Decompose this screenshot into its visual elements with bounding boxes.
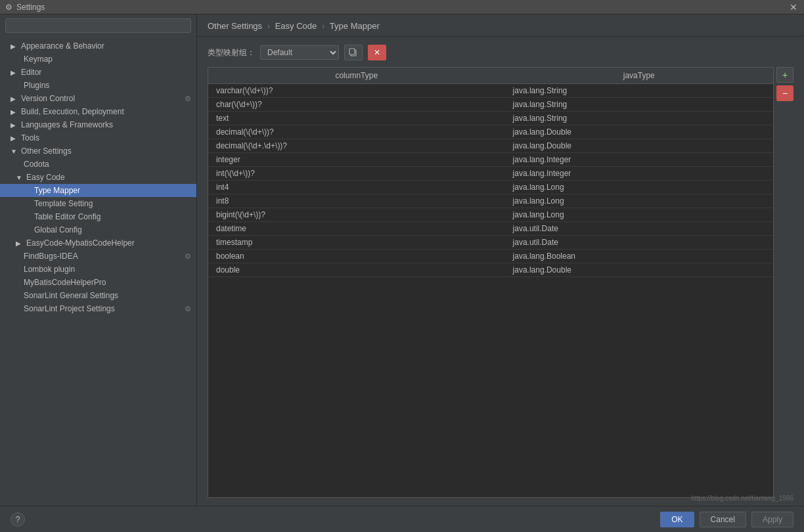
- remove-row-button[interactable]: −: [776, 85, 793, 101]
- sidebar-label-codota: Codota: [24, 160, 49, 169]
- sidebar-item-other-settings[interactable]: Other Settings: [0, 144, 196, 158]
- sidebar-item-template-setting[interactable]: Template Setting: [0, 197, 196, 210]
- column-type-cell: timestamp: [208, 236, 505, 250]
- settings-icon: ⚙: [5, 3, 12, 12]
- sidebar-item-tools[interactable]: Tools: [0, 131, 196, 144]
- sidebar-label-findbugs: FindBugs-IDEA: [24, 252, 78, 261]
- svg-rect-1: [349, 49, 355, 55]
- java-type-cell: java.lang.Double: [505, 263, 773, 277]
- table-container: columnType javaType varchar(\(\d+\))?jav…: [208, 67, 793, 498]
- chevron-tools: [11, 135, 18, 142]
- gear-icon-sonarlint-project: ⚙: [185, 305, 191, 313]
- column-type-cell: decimal(\(\d+\))?: [208, 125, 505, 139]
- sidebar-label-sonarlint-general: SonarLint General Settings: [24, 291, 118, 300]
- cancel-button[interactable]: Cancel: [700, 512, 746, 527]
- table-row[interactable]: integerjava.lang.Integer: [208, 153, 773, 167]
- bottom-right: OK Cancel Apply: [660, 512, 793, 527]
- table-row[interactable]: decimal(\(\d+\))?java.lang.Double: [208, 125, 773, 139]
- sidebar-label-sonarlint-project: SonarLint Project Settings: [24, 304, 115, 313]
- sidebar-item-lombok[interactable]: Lombok plugin: [0, 263, 196, 276]
- table-row[interactable]: booleanjava.lang.Boolean: [208, 250, 773, 263]
- sidebar-item-keymap[interactable]: Keymap: [0, 53, 196, 66]
- type-mapper-select[interactable]: Default: [260, 45, 339, 60]
- java-type-cell: java.lang.Long: [505, 208, 773, 222]
- copy-mapping-button[interactable]: [344, 45, 363, 60]
- table-row[interactable]: varchar(\(\d+\))?java.lang.String: [208, 84, 773, 98]
- gear-icon-version-control: ⚙: [185, 95, 191, 103]
- chevron-version-control: [11, 95, 18, 102]
- sidebar-item-sonarlint-general[interactable]: SonarLint General Settings: [0, 289, 196, 302]
- type-mapper-toolbar: 类型映射组： Default ✕: [208, 45, 793, 60]
- sidebar-item-version-control[interactable]: Version Control⚙: [0, 92, 196, 105]
- column-type-cell: int4: [208, 181, 505, 194]
- sidebar-item-sonarlint-project[interactable]: SonarLint Project Settings⚙: [0, 302, 196, 315]
- table-row[interactable]: char(\(\d+\))?java.lang.String: [208, 98, 773, 112]
- sidebar-item-languages[interactable]: Languages & Frameworks: [0, 118, 196, 131]
- sidebar-label-tools: Tools: [21, 133, 39, 143]
- apply-button[interactable]: Apply: [751, 512, 793, 527]
- add-row-button[interactable]: +: [776, 67, 793, 83]
- column-type-cell: integer: [208, 153, 505, 167]
- java-type-cell: java.lang.String: [505, 84, 773, 98]
- table-row[interactable]: timestampjava.util.Date: [208, 236, 773, 250]
- breadcrumb-part-3: Type Mapper: [330, 21, 380, 31]
- table-row[interactable]: decimal(\(\d+.\d+\))?java.lang.Double: [208, 139, 773, 153]
- table-row[interactable]: int4java.lang.Long: [208, 181, 773, 194]
- sidebar-label-version-control: Version Control: [21, 94, 75, 103]
- sidebar-label-plugins: Plugins: [24, 81, 49, 90]
- sidebar-label-keymap: Keymap: [24, 55, 53, 64]
- watermark: https://blog.csdn.net/tiantang_1986: [691, 495, 793, 502]
- title-bar: ⚙ Settings ✕: [0, 0, 804, 14]
- sidebar-item-mybatis-helper-pro[interactable]: MyBatisCodeHelperPro: [0, 276, 196, 289]
- help-button[interactable]: ?: [11, 512, 25, 527]
- column-type-cell: int(\(\d+\))?: [208, 167, 505, 181]
- table-row[interactable]: int8java.lang.Long: [208, 194, 773, 208]
- table-row[interactable]: bigint(\(\d+\))?java.lang.Long: [208, 208, 773, 222]
- delete-mapping-button[interactable]: ✕: [368, 45, 386, 60]
- sidebar-label-lombok: Lombok plugin: [24, 265, 75, 274]
- breadcrumb: Other Settings › Easy Code › Type Mapper: [197, 14, 804, 37]
- sidebar-label-easy-code: Easy Code: [26, 173, 65, 182]
- sidebar-item-easycode-mybatis[interactable]: EasyCode-MybatisCodeHelper: [0, 236, 196, 250]
- chevron-appearance: [11, 43, 18, 50]
- breadcrumb-part-1: Other Settings: [208, 21, 262, 31]
- sidebar-item-plugins[interactable]: Plugins: [0, 79, 196, 92]
- breadcrumb-sep-2: ›: [322, 21, 327, 31]
- table-actions: + −: [776, 67, 793, 498]
- sidebar-item-table-editor-config[interactable]: Table Editor Config: [0, 210, 196, 223]
- sidebar-item-editor[interactable]: Editor: [0, 66, 196, 79]
- java-type-cell: java.lang.String: [505, 112, 773, 125]
- sidebar-label-table-editor-config: Table Editor Config: [34, 212, 100, 221]
- sidebar-label-appearance: Appearance & Behavior: [21, 41, 104, 51]
- sidebar-item-appearance[interactable]: Appearance & Behavior: [0, 39, 196, 53]
- sidebar-item-easy-code[interactable]: Easy Code: [0, 171, 196, 184]
- java-type-cell: java.lang.String: [505, 98, 773, 112]
- java-type-cell: java.lang.Integer: [505, 167, 773, 181]
- column-type-cell: char(\(\d+\))?: [208, 98, 505, 112]
- sidebar-label-type-mapper: Type Mapper: [34, 186, 80, 195]
- type-mapper-label: 类型映射组：: [208, 47, 255, 58]
- table-row[interactable]: textjava.lang.String: [208, 112, 773, 125]
- search-input[interactable]: [5, 18, 191, 33]
- sidebar-item-findbugs[interactable]: FindBugs-IDEA⚙: [0, 250, 196, 263]
- table-row[interactable]: datetimejava.util.Date: [208, 222, 773, 236]
- sidebar-label-editor: Editor: [21, 68, 41, 77]
- java-type-header: javaType: [505, 68, 773, 84]
- type-table-wrapper: columnType javaType varchar(\(\d+\))?jav…: [208, 67, 774, 498]
- sidebar-item-build[interactable]: Build, Execution, Deployment: [0, 105, 196, 118]
- sidebar-item-global-config[interactable]: Global Config: [0, 223, 196, 236]
- breadcrumb-part-2: Easy Code: [275, 21, 317, 31]
- ok-button[interactable]: OK: [660, 512, 694, 527]
- bottom-bar: ? https://blog.csdn.net/tiantang_1986 OK…: [0, 506, 804, 532]
- chevron-editor: [11, 69, 18, 76]
- java-type-cell: java.util.Date: [505, 222, 773, 236]
- column-type-header: columnType: [208, 68, 505, 84]
- sidebar-label-global-config: Global Config: [34, 225, 82, 234]
- close-button[interactable]: ✕: [788, 2, 799, 12]
- sidebar-item-codota[interactable]: Codota: [0, 158, 196, 171]
- java-type-cell: java.lang.Long: [505, 181, 773, 194]
- table-row[interactable]: doublejava.lang.Double: [208, 263, 773, 277]
- table-row[interactable]: int(\(\d+\))?java.lang.Integer: [208, 167, 773, 181]
- sidebar-item-type-mapper[interactable]: Type Mapper: [0, 184, 196, 197]
- chevron-build: [11, 108, 18, 116]
